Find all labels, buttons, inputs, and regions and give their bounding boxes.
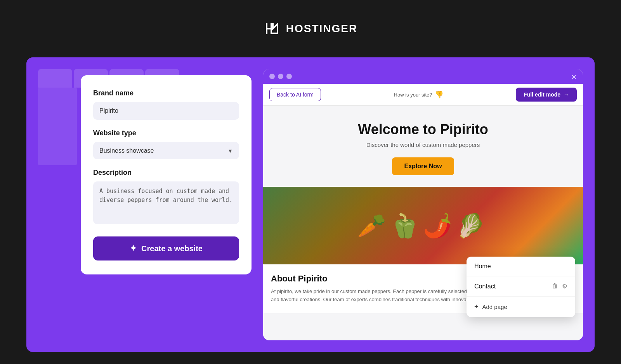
feedback-label: How is your site?	[394, 92, 432, 98]
thumbs-down-icon[interactable]: 👎	[435, 90, 443, 99]
feedback-area: How is your site? 👎	[394, 90, 443, 99]
nav-contact-label: Contact	[474, 283, 496, 290]
preview-window: ✕ Back to AI form How is your site? 👎 Fu…	[263, 69, 583, 340]
explore-now-button[interactable]: Explore Now	[392, 157, 454, 175]
nav-home-label: Home	[474, 263, 491, 270]
logo-text: HOSTINGER	[286, 22, 357, 35]
description-label: Description	[93, 169, 239, 177]
full-edit-mode-button[interactable]: Full edit mode →	[516, 88, 577, 102]
site-title: Welcome to Pipirito	[271, 121, 575, 138]
create-website-button[interactable]: ✦ Create a website	[93, 236, 239, 260]
back-to-ai-form-button[interactable]: Back to AI form	[269, 88, 321, 101]
plus-icon: +	[474, 303, 479, 311]
skeleton-tab-4	[145, 69, 179, 88]
window-close-button[interactable]: ✕	[571, 74, 577, 81]
hostinger-logo-icon	[264, 20, 281, 37]
site-hero-image: 🥕🫑🌶️🥬	[263, 187, 583, 264]
window-dot-3	[286, 74, 292, 79]
skeleton-tab-2	[74, 69, 108, 88]
window-chrome: ✕	[263, 69, 583, 84]
site-subtitle: Discover the world of custom made pepper…	[271, 141, 575, 148]
arrow-right-icon: →	[564, 91, 569, 98]
add-page-item[interactable]: + Add page	[467, 297, 575, 317]
logo: HOSTINGER	[264, 20, 357, 37]
create-btn-label: Create a website	[141, 244, 203, 253]
skeleton-tab-3	[109, 69, 144, 88]
full-edit-label: Full edit mode	[524, 91, 560, 98]
header: HOSTINGER	[0, 0, 621, 57]
veg-decoration: 🥕🫑🌶️🥬	[263, 187, 583, 264]
delete-icon[interactable]: 🗑	[552, 283, 558, 290]
site-hero: Welcome to Pipirito Discover the world o…	[263, 106, 583, 187]
window-dot-2	[278, 74, 283, 79]
nav-item-actions: 🗑 ⚙	[552, 283, 567, 290]
site-toolbar: Back to AI form How is your site? 👎 Full…	[263, 84, 583, 106]
preview-area: ✕ Back to AI form How is your site? 👎 Fu…	[263, 69, 583, 340]
nav-dropdown-menu: Home Contact 🗑 ⚙ + Add page	[467, 257, 575, 317]
window-dot-1	[269, 74, 275, 79]
add-page-label: Add page	[482, 304, 507, 310]
skeleton-panel-left	[38, 88, 77, 165]
sparkle-icon: ✦	[130, 243, 137, 254]
description-textarea[interactable]: A business focused on custom made and di…	[93, 181, 239, 224]
website-type-wrapper: Business showcase Online store Blog Port…	[93, 142, 239, 159]
skeleton-tab-1	[38, 69, 72, 88]
main-content: Brand name Website type Business showcas…	[26, 57, 595, 352]
settings-icon[interactable]: ⚙	[562, 283, 567, 290]
nav-item-contact[interactable]: Contact 🗑 ⚙	[467, 276, 575, 297]
nav-item-home[interactable]: Home	[467, 257, 575, 276]
website-type-select[interactable]: Business showcase Online store Blog Port…	[93, 142, 239, 159]
